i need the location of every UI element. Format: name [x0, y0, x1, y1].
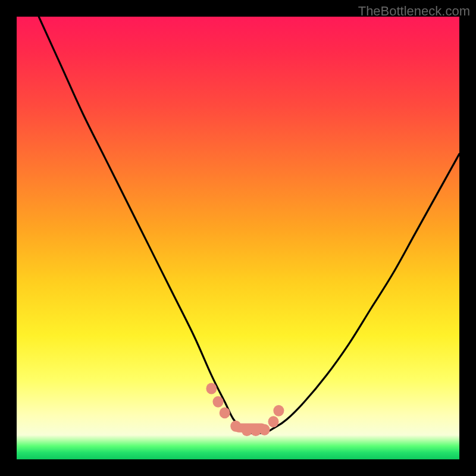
bottleneck-curve-svg [17, 17, 459, 459]
plot-area [17, 17, 459, 459]
bottleneck-curve-path [39, 17, 459, 433]
highlight-marker [220, 407, 230, 418]
highlight-marker [230, 421, 241, 432]
highlight-marker [206, 383, 217, 394]
highlight-marker [268, 416, 279, 427]
highlight-marker [213, 396, 224, 408]
watermark-text: TheBottleneck.com [358, 4, 470, 19]
chart-frame: TheBottleneck.com [0, 0, 476, 476]
highlight-marker [259, 424, 270, 436]
highlight-marker [273, 405, 284, 416]
